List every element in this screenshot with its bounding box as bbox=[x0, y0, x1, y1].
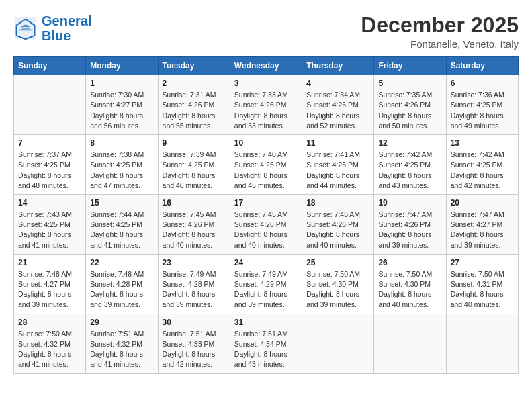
day-info: Sunrise: 7:45 AM Sunset: 4:26 PM Dayligh… bbox=[163, 210, 226, 250]
day-number: 22 bbox=[90, 258, 153, 267]
day-info: Sunrise: 7:50 AM Sunset: 4:30 PM Dayligh… bbox=[306, 269, 369, 310]
calendar-cell: 21Sunrise: 7:48 AM Sunset: 4:27 PM Dayli… bbox=[14, 254, 86, 314]
calendar-cell: 7Sunrise: 7:37 AM Sunset: 4:25 PM Daylig… bbox=[14, 135, 86, 195]
calendar-cell: 8Sunrise: 7:38 AM Sunset: 4:25 PM Daylig… bbox=[86, 135, 158, 195]
logo: General Blue bbox=[13, 13, 91, 43]
week-row-1: 7Sunrise: 7:37 AM Sunset: 4:25 PM Daylig… bbox=[14, 135, 519, 195]
day-number: 28 bbox=[18, 318, 81, 327]
day-info: Sunrise: 7:45 AM Sunset: 4:26 PM Dayligh… bbox=[234, 210, 298, 250]
day-number: 17 bbox=[234, 198, 298, 208]
calendar-cell: 29Sunrise: 7:51 AM Sunset: 4:32 PM Dayli… bbox=[86, 314, 158, 373]
calendar-cell: 19Sunrise: 7:47 AM Sunset: 4:26 PM Dayli… bbox=[374, 194, 446, 254]
day-number: 20 bbox=[451, 198, 514, 208]
day-number: 29 bbox=[90, 318, 153, 327]
day-info: Sunrise: 7:46 AM Sunset: 4:26 PM Dayligh… bbox=[306, 210, 369, 250]
calendar-cell bbox=[374, 314, 446, 373]
day-info: Sunrise: 7:34 AM Sunset: 4:26 PM Dayligh… bbox=[306, 90, 369, 131]
day-number: 27 bbox=[451, 258, 514, 267]
day-number: 7 bbox=[18, 138, 81, 148]
title-block: December 2025 Fontanelle, Veneto, Italy bbox=[361, 13, 519, 50]
calendar-cell: 2Sunrise: 7:31 AM Sunset: 4:26 PM Daylig… bbox=[158, 75, 230, 135]
day-info: Sunrise: 7:42 AM Sunset: 4:25 PM Dayligh… bbox=[378, 150, 441, 191]
header-day-saturday: Saturday bbox=[446, 57, 518, 75]
day-number: 24 bbox=[234, 258, 298, 267]
day-info: Sunrise: 7:42 AM Sunset: 4:25 PM Dayligh… bbox=[451, 150, 514, 191]
day-info: Sunrise: 7:47 AM Sunset: 4:27 PM Dayligh… bbox=[451, 210, 514, 250]
day-number: 8 bbox=[90, 138, 153, 148]
day-number: 6 bbox=[451, 79, 514, 88]
calendar-cell: 17Sunrise: 7:45 AM Sunset: 4:26 PM Dayli… bbox=[230, 194, 302, 254]
day-number: 2 bbox=[163, 79, 226, 88]
calendar-cell: 6Sunrise: 7:36 AM Sunset: 4:25 PM Daylig… bbox=[446, 75, 518, 135]
day-number: 10 bbox=[234, 138, 298, 148]
calendar-cell: 1Sunrise: 7:30 AM Sunset: 4:27 PM Daylig… bbox=[86, 75, 158, 135]
day-number: 1 bbox=[90, 79, 153, 88]
month-title: December 2025 bbox=[361, 13, 519, 37]
header-day-sunday: Sunday bbox=[14, 57, 86, 75]
calendar-cell bbox=[14, 75, 86, 135]
header-day-thursday: Thursday bbox=[302, 57, 374, 75]
calendar-cell: 10Sunrise: 7:40 AM Sunset: 4:25 PM Dayli… bbox=[230, 135, 302, 195]
day-number: 31 bbox=[234, 318, 298, 327]
week-row-4: 28Sunrise: 7:50 AM Sunset: 4:32 PM Dayli… bbox=[14, 314, 519, 373]
day-info: Sunrise: 7:38 AM Sunset: 4:25 PM Dayligh… bbox=[90, 150, 153, 191]
calendar-cell: 5Sunrise: 7:35 AM Sunset: 4:26 PM Daylig… bbox=[374, 75, 446, 135]
calendar-cell: 4Sunrise: 7:34 AM Sunset: 4:26 PM Daylig… bbox=[302, 75, 374, 135]
calendar-cell: 23Sunrise: 7:49 AM Sunset: 4:28 PM Dayli… bbox=[158, 254, 230, 314]
day-info: Sunrise: 7:50 AM Sunset: 4:30 PM Dayligh… bbox=[378, 269, 441, 310]
day-info: Sunrise: 7:51 AM Sunset: 4:33 PM Dayligh… bbox=[163, 329, 226, 370]
calendar-table: SundayMondayTuesdayWednesdayThursdayFrid… bbox=[13, 56, 519, 373]
day-info: Sunrise: 7:44 AM Sunset: 4:25 PM Dayligh… bbox=[90, 210, 153, 250]
week-row-3: 21Sunrise: 7:48 AM Sunset: 4:27 PM Dayli… bbox=[14, 254, 519, 314]
day-number: 5 bbox=[378, 79, 441, 88]
calendar-cell: 28Sunrise: 7:50 AM Sunset: 4:32 PM Dayli… bbox=[14, 314, 86, 373]
calendar-cell: 18Sunrise: 7:46 AM Sunset: 4:26 PM Dayli… bbox=[302, 194, 374, 254]
location-subtitle: Fontanelle, Veneto, Italy bbox=[361, 38, 519, 50]
calendar-cell bbox=[302, 314, 374, 373]
day-info: Sunrise: 7:41 AM Sunset: 4:25 PM Dayligh… bbox=[306, 150, 369, 191]
calendar-cell: 15Sunrise: 7:44 AM Sunset: 4:25 PM Dayli… bbox=[86, 194, 158, 254]
week-row-2: 14Sunrise: 7:43 AM Sunset: 4:25 PM Dayli… bbox=[14, 194, 519, 254]
logo-text: General Blue bbox=[42, 13, 91, 43]
header-day-wednesday: Wednesday bbox=[230, 57, 302, 75]
day-info: Sunrise: 7:35 AM Sunset: 4:26 PM Dayligh… bbox=[378, 90, 441, 131]
calendar-cell: 12Sunrise: 7:42 AM Sunset: 4:25 PM Dayli… bbox=[374, 135, 446, 195]
logo-icon bbox=[13, 16, 38, 40]
day-info: Sunrise: 7:30 AM Sunset: 4:27 PM Dayligh… bbox=[90, 90, 153, 131]
day-info: Sunrise: 7:40 AM Sunset: 4:25 PM Dayligh… bbox=[234, 150, 298, 191]
day-info: Sunrise: 7:48 AM Sunset: 4:28 PM Dayligh… bbox=[90, 269, 153, 310]
day-number: 13 bbox=[451, 138, 514, 148]
day-number: 12 bbox=[378, 138, 441, 148]
day-info: Sunrise: 7:43 AM Sunset: 4:25 PM Dayligh… bbox=[18, 210, 81, 250]
day-number: 21 bbox=[18, 258, 81, 267]
calendar-cell: 20Sunrise: 7:47 AM Sunset: 4:27 PM Dayli… bbox=[446, 194, 518, 254]
header-day-tuesday: Tuesday bbox=[158, 57, 230, 75]
day-info: Sunrise: 7:50 AM Sunset: 4:31 PM Dayligh… bbox=[451, 269, 514, 310]
day-number: 11 bbox=[306, 138, 369, 148]
day-info: Sunrise: 7:49 AM Sunset: 4:29 PM Dayligh… bbox=[234, 269, 298, 310]
day-number: 15 bbox=[90, 198, 153, 208]
day-info: Sunrise: 7:50 AM Sunset: 4:32 PM Dayligh… bbox=[18, 329, 81, 370]
day-info: Sunrise: 7:37 AM Sunset: 4:25 PM Dayligh… bbox=[18, 150, 81, 191]
day-number: 23 bbox=[163, 258, 226, 267]
logo-line2: Blue bbox=[42, 28, 71, 43]
header-day-monday: Monday bbox=[86, 57, 158, 75]
calendar-cell: 11Sunrise: 7:41 AM Sunset: 4:25 PM Dayli… bbox=[302, 135, 374, 195]
calendar-header-row: SundayMondayTuesdayWednesdayThursdayFrid… bbox=[14, 57, 519, 75]
calendar-cell: 14Sunrise: 7:43 AM Sunset: 4:25 PM Dayli… bbox=[14, 194, 86, 254]
day-number: 30 bbox=[163, 318, 226, 327]
day-info: Sunrise: 7:36 AM Sunset: 4:25 PM Dayligh… bbox=[451, 90, 514, 131]
calendar-cell: 31Sunrise: 7:51 AM Sunset: 4:34 PM Dayli… bbox=[230, 314, 302, 373]
day-info: Sunrise: 7:51 AM Sunset: 4:34 PM Dayligh… bbox=[234, 329, 298, 370]
day-info: Sunrise: 7:48 AM Sunset: 4:27 PM Dayligh… bbox=[18, 269, 81, 310]
day-info: Sunrise: 7:31 AM Sunset: 4:26 PM Dayligh… bbox=[163, 90, 226, 131]
page-header: General Blue December 2025 Fontanelle, V… bbox=[13, 13, 519, 50]
day-info: Sunrise: 7:33 AM Sunset: 4:26 PM Dayligh… bbox=[234, 90, 298, 131]
calendar-cell: 26Sunrise: 7:50 AM Sunset: 4:30 PM Dayli… bbox=[374, 254, 446, 314]
day-number: 26 bbox=[378, 258, 441, 267]
day-number: 19 bbox=[378, 198, 441, 208]
day-number: 14 bbox=[18, 198, 81, 208]
calendar-cell: 22Sunrise: 7:48 AM Sunset: 4:28 PM Dayli… bbox=[86, 254, 158, 314]
day-number: 25 bbox=[306, 258, 369, 267]
day-info: Sunrise: 7:47 AM Sunset: 4:26 PM Dayligh… bbox=[378, 210, 441, 250]
